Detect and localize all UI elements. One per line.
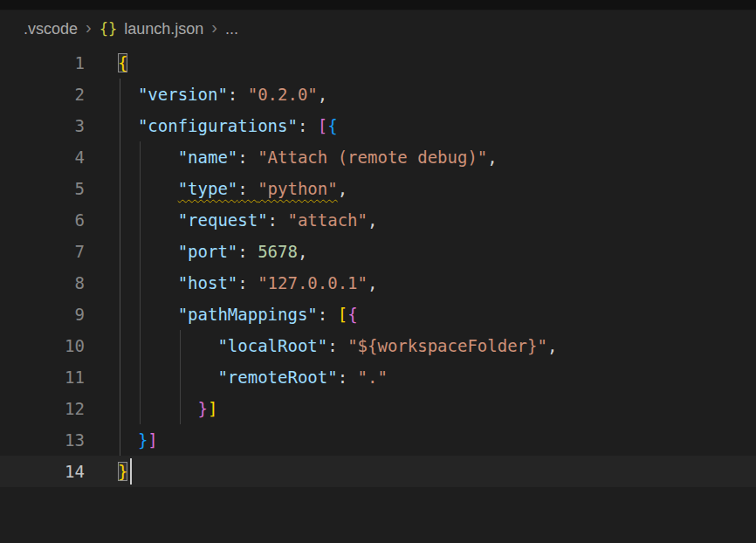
code-line[interactable]: 7 "port": 5678, bbox=[0, 236, 756, 267]
code-line-content[interactable]: "type": "python", bbox=[118, 173, 756, 204]
indent-guide bbox=[140, 204, 141, 236]
line-number[interactable]: 2 bbox=[0, 79, 85, 110]
code-line[interactable]: 9 "pathMappings": [{ bbox=[0, 299, 756, 330]
code-token: : bbox=[237, 242, 258, 261]
code-token: : bbox=[268, 210, 288, 230]
code-token: , bbox=[298, 242, 307, 261]
code-line-content[interactable]: "localRoot": "${workspaceFolder}", bbox=[118, 330, 756, 361]
code-line-content[interactable]: "host": "127.0.0.1", bbox=[118, 267, 756, 299]
code-token: ] bbox=[208, 399, 217, 418]
line-number[interactable]: 5 bbox=[0, 173, 85, 204]
code-token: , bbox=[368, 273, 377, 292]
code-line[interactable]: 8 "host": "127.0.0.1", bbox=[0, 267, 756, 299]
line-number[interactable]: 9 bbox=[0, 299, 85, 330]
matched-bracket: } bbox=[118, 462, 127, 481]
code-line[interactable]: 3 "configurations": [{ bbox=[0, 110, 756, 141]
code-line[interactable]: 2 "version": "0.2.0", bbox=[0, 79, 756, 110]
code-line[interactable]: 1{ bbox=[0, 47, 756, 79]
matched-bracket: { bbox=[118, 53, 127, 72]
line-number[interactable]: 8 bbox=[0, 267, 85, 299]
indent-guide bbox=[120, 110, 120, 141]
code-line[interactable]: 10 "localRoot": "${workspaceFolder}", bbox=[0, 330, 756, 361]
line-number[interactable]: 10 bbox=[0, 330, 85, 361]
indent-guide bbox=[120, 267, 120, 299]
code-token bbox=[118, 368, 217, 387]
indent-guide bbox=[140, 299, 141, 330]
breadcrumb-symbol-ellipsis[interactable]: ... bbox=[225, 20, 238, 38]
line-number[interactable]: 4 bbox=[0, 141, 85, 173]
code-token: : bbox=[228, 85, 248, 104]
code-token: "remoteRoot" bbox=[217, 368, 337, 387]
code-token: "pathMappings" bbox=[178, 305, 318, 324]
code-line[interactable]: 13 }] bbox=[0, 424, 756, 456]
line-number[interactable]: 14 bbox=[0, 456, 85, 487]
code-token: [ bbox=[318, 116, 327, 135]
code-token: , bbox=[368, 210, 377, 230]
code-line-content[interactable]: "name": "Attach (remote debug)", bbox=[118, 141, 756, 173]
code-token: "version" bbox=[138, 85, 228, 104]
indent-guide bbox=[120, 173, 120, 204]
code-line-content[interactable]: } bbox=[118, 456, 756, 487]
chevron-right-icon: › bbox=[203, 17, 225, 38]
code-token: "Attach (remote debug)" bbox=[258, 148, 487, 167]
code-line[interactable]: 4 "name": "Attach (remote debug)", bbox=[0, 141, 756, 173]
indent-guide bbox=[140, 361, 141, 393]
line-number[interactable]: 3 bbox=[0, 110, 85, 141]
code-line-content[interactable]: "pathMappings": [{ bbox=[118, 299, 756, 330]
code-line[interactable]: 11 "remoteRoot": "." bbox=[0, 361, 756, 393]
breadcrumb-folder[interactable]: .vscode bbox=[24, 20, 78, 38]
code-line-content[interactable]: "configurations": [{ bbox=[118, 110, 756, 141]
code-token: "port" bbox=[178, 242, 238, 261]
code-token bbox=[118, 399, 198, 418]
code-token: "name" bbox=[178, 148, 238, 167]
code-token: : bbox=[338, 368, 358, 387]
code-area[interactable]: 1{2 "version": "0.2.0",3 "configurations… bbox=[0, 47, 756, 487]
line-number[interactable]: 12 bbox=[0, 393, 85, 424]
indent-guide bbox=[120, 236, 120, 267]
code-token: { bbox=[347, 305, 357, 324]
code-token: : bbox=[237, 179, 258, 198]
code-token bbox=[118, 305, 178, 324]
indent-guide bbox=[120, 299, 120, 330]
line-number[interactable]: 1 bbox=[0, 47, 85, 79]
code-line[interactable]: 14} bbox=[0, 456, 756, 487]
code-token: : bbox=[327, 336, 347, 355]
code-line[interactable]: 6 "request": "attach", bbox=[0, 204, 756, 236]
line-number[interactable]: 13 bbox=[0, 424, 85, 456]
indent-guide bbox=[140, 173, 141, 204]
indent-guide bbox=[140, 393, 141, 424]
code-token bbox=[118, 210, 178, 230]
code-token: "python" bbox=[258, 179, 338, 198]
code-line-content[interactable]: }] bbox=[118, 393, 756, 424]
breadcrumb-file[interactable]: launch.json bbox=[124, 20, 203, 38]
indent-guide bbox=[180, 361, 181, 393]
editor-tab-strip bbox=[0, 0, 756, 10]
code-line-content[interactable]: "port": 5678, bbox=[118, 236, 756, 267]
indent-guide bbox=[120, 424, 120, 456]
code-line-content[interactable]: "request": "attach", bbox=[118, 204, 756, 236]
code-line-content[interactable]: "version": "0.2.0", bbox=[118, 79, 756, 110]
code-token: "host" bbox=[178, 273, 238, 292]
code-token: "configurations" bbox=[138, 116, 298, 135]
code-token: 5678 bbox=[258, 242, 298, 261]
code-token: , bbox=[487, 148, 497, 167]
code-line[interactable]: 12 }] bbox=[0, 393, 756, 424]
code-token: } bbox=[138, 430, 148, 450]
line-number[interactable]: 11 bbox=[0, 361, 85, 393]
code-line-content[interactable]: "remoteRoot": "." bbox=[118, 361, 756, 393]
line-number[interactable]: 6 bbox=[0, 204, 85, 236]
code-line[interactable]: 5 "type": "python", bbox=[0, 173, 756, 204]
code-line-content[interactable]: { bbox=[118, 47, 756, 79]
code-token: "type" bbox=[178, 179, 238, 198]
code-token bbox=[118, 179, 178, 198]
indent-guide bbox=[120, 79, 120, 110]
code-line-content[interactable]: }] bbox=[118, 424, 756, 456]
code-token: "request" bbox=[178, 210, 268, 230]
json-file-icon: {} bbox=[100, 20, 117, 38]
indent-guide bbox=[140, 236, 141, 267]
code-token bbox=[118, 273, 178, 292]
line-number[interactable]: 7 bbox=[0, 236, 85, 267]
indent-guide bbox=[180, 330, 181, 361]
code-token bbox=[118, 148, 178, 167]
indent-guide bbox=[140, 141, 141, 173]
